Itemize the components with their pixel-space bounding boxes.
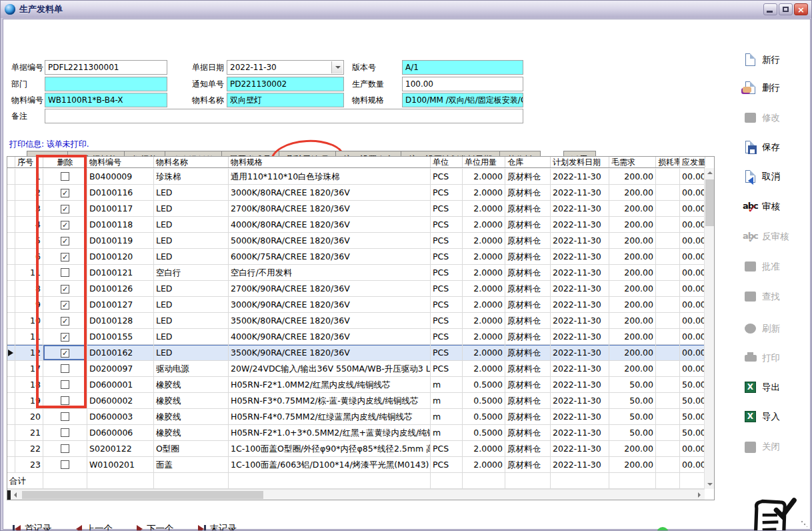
cell-code[interactable]: D0100117 xyxy=(87,201,154,217)
cell-warehouse[interactable]: 原材料仓 xyxy=(505,281,551,297)
delete-checkbox-checked[interactable]: ✓ xyxy=(61,317,69,326)
cell-warehouse[interactable]: 原材料仓 xyxy=(505,249,551,265)
cell-warehouse[interactable]: 原材料仓 xyxy=(505,425,551,441)
cell-seq[interactable]: 21 xyxy=(15,425,43,441)
cell-usage[interactable]: 2.0000 xyxy=(463,265,505,281)
cell-checked[interactable] xyxy=(43,441,87,457)
cell-spec[interactable]: 2700K/80RA/CREE 1820/36V xyxy=(229,201,431,217)
cell-spec[interactable]: H05RN-F2*1.0MM2/红黑内皮线/纯铜线芯 xyxy=(229,377,431,393)
delete-checkbox-unchecked[interactable] xyxy=(61,444,69,453)
cell-issue[interactable]: 00.00 xyxy=(680,201,705,217)
cell-gross[interactable]: 50.00 xyxy=(609,409,656,425)
matcode-field[interactable]: WB1100R1*B-B4-X xyxy=(45,93,167,107)
cell-loss[interactable] xyxy=(656,377,680,393)
cell-loss[interactable] xyxy=(656,361,680,377)
cell-warehouse[interactable]: 原材料仓 xyxy=(505,313,551,329)
cell-issue[interactable]: 00.00 xyxy=(680,313,705,329)
cell-spec[interactable]: 空白行/不用发料 xyxy=(229,265,431,281)
cell-loss[interactable] xyxy=(656,409,680,425)
cell-spec[interactable]: 1C-100面盖/6063铝/D100*14/烤漆平光黑(M0143) xyxy=(229,457,431,473)
cell-warehouse[interactable]: 原材料仓 xyxy=(505,377,551,393)
qty-field[interactable]: 100.00 xyxy=(402,77,523,91)
cell-name[interactable]: LED xyxy=(154,313,229,329)
delete-checkbox-unchecked[interactable] xyxy=(61,396,69,405)
cell-issue[interactable]: 50.00 xyxy=(680,377,705,393)
cell-unit[interactable]: PCS xyxy=(431,217,463,233)
cell-gross[interactable]: 200.00 xyxy=(609,265,656,281)
cell-seq[interactable]: 6 xyxy=(15,249,43,265)
cell-warehouse[interactable]: 原材料仓 xyxy=(505,297,551,313)
cell-gross[interactable]: 200.00 xyxy=(609,457,656,473)
cell-gross[interactable]: 200.00 xyxy=(609,217,656,233)
cell-gross[interactable]: 200.00 xyxy=(609,329,656,345)
cell-warehouse[interactable]: 原材料仓 xyxy=(505,457,551,473)
docdate-dropdown-button[interactable] xyxy=(331,61,343,73)
cell-issue[interactable]: 50.00 xyxy=(680,409,705,425)
cell-name[interactable]: 空白行 xyxy=(154,265,229,281)
cell-code[interactable]: D0100162 xyxy=(87,345,154,361)
cell-loss[interactable] xyxy=(656,249,680,265)
cell-seq[interactable]: 23 xyxy=(15,457,43,473)
cell-usage[interactable]: 2.0000 xyxy=(463,185,505,201)
cell-checked[interactable]: ✓ xyxy=(43,297,87,313)
cell-gross[interactable]: 50.00 xyxy=(609,377,656,393)
cell-gross[interactable]: 200.00 xyxy=(609,281,656,297)
delete-checkbox-checked[interactable]: ✓ xyxy=(61,253,69,261)
cell-checked[interactable] xyxy=(43,457,87,473)
delete-checkbox-checked[interactable]: ✓ xyxy=(61,189,69,197)
cell-spec[interactable]: 3000K/80RA/CREE 1820/36V xyxy=(229,185,431,201)
cell-loss[interactable] xyxy=(656,313,680,329)
cell-usage[interactable]: 2.0000 xyxy=(463,281,505,297)
cell-seq[interactable]: 22 xyxy=(15,441,43,457)
cell-code[interactable]: D0600006 xyxy=(87,425,154,441)
cell-warehouse[interactable]: 原材料仓 xyxy=(505,361,551,377)
cell-date[interactable]: 2022-11-30 xyxy=(551,345,609,361)
cell-name[interactable]: 橡胶线 xyxy=(154,425,229,441)
cell-name[interactable]: O型圈 xyxy=(154,441,229,457)
cell-unit[interactable]: PCS xyxy=(431,345,463,361)
cell-seq[interactable]: 11 xyxy=(15,265,43,281)
maximize-button[interactable] xyxy=(779,3,793,15)
cell-unit[interactable]: PCS xyxy=(431,361,463,377)
cell-seq[interactable]: 11 xyxy=(15,329,43,345)
cell-warehouse[interactable]: 原材料仓 xyxy=(505,345,551,361)
cell-issue[interactable]: 00.00 xyxy=(680,265,705,281)
cell-usage[interactable]: 0.5000 xyxy=(463,409,505,425)
cell-loss[interactable] xyxy=(656,281,680,297)
cell-name[interactable]: LED xyxy=(154,249,229,265)
spec-field[interactable]: D100/MM /双向/铝/固定板安装/C xyxy=(402,93,523,107)
cell-usage[interactable]: 0.5000 xyxy=(463,425,505,441)
delete-checkbox-checked[interactable]: ✓ xyxy=(61,285,69,294)
cell-unit[interactable]: PCS xyxy=(431,441,463,457)
cell-gross[interactable]: 50.00 xyxy=(609,425,656,441)
cell-warehouse[interactable]: 原材料仓 xyxy=(505,265,551,281)
delete-checkbox-unchecked[interactable] xyxy=(61,460,69,469)
cell-name[interactable]: LED xyxy=(154,217,229,233)
cell-gross[interactable]: 200.00 xyxy=(609,345,656,361)
cell-warehouse[interactable]: 原材料仓 xyxy=(505,217,551,233)
cell-code[interactable]: D0100126 xyxy=(87,281,154,297)
cell-unit[interactable]: m xyxy=(431,409,463,425)
cell-spec[interactable]: H05RN-F3*0.75MM2/棕-蓝-黄绿内皮线/纯铜线芯 xyxy=(229,393,431,409)
cell-code[interactable]: D0100118 xyxy=(87,217,154,233)
delete-checkbox-unchecked[interactable] xyxy=(61,268,69,277)
sidebar-button-new-row[interactable]: 新行 xyxy=(743,51,809,69)
cell-issue[interactable]: 00.00 xyxy=(680,217,705,233)
sidebar-button-export-excel[interactable]: X导出 xyxy=(743,379,809,396)
cell-issue[interactable]: 00.00 xyxy=(680,345,705,361)
delete-checkbox-unchecked[interactable] xyxy=(61,172,69,181)
cell-spec[interactable]: 6000K/75RA/CREE 1820/36V xyxy=(229,249,431,265)
cell-name[interactable]: 珍珠棉 xyxy=(154,169,229,185)
cell-unit[interactable]: PCS xyxy=(431,297,463,313)
cell-checked[interactable] xyxy=(43,393,87,409)
cell-gross[interactable]: 200.00 xyxy=(609,297,656,313)
cell-spec[interactable]: 3500K/90RA/CREE 1820/36V xyxy=(229,345,431,361)
cell-seq[interactable]: 19 xyxy=(15,393,43,409)
cell-gross[interactable]: 200.00 xyxy=(609,313,656,329)
version-field[interactable]: A/1 xyxy=(402,60,523,75)
cell-checked[interactable]: ✓ xyxy=(43,185,87,201)
cell-seq[interactable]: 17 xyxy=(15,361,43,377)
cell-usage[interactable]: 0.5000 xyxy=(463,393,505,409)
cell-loss[interactable] xyxy=(656,265,680,281)
cell-name[interactable]: LED xyxy=(154,345,229,361)
